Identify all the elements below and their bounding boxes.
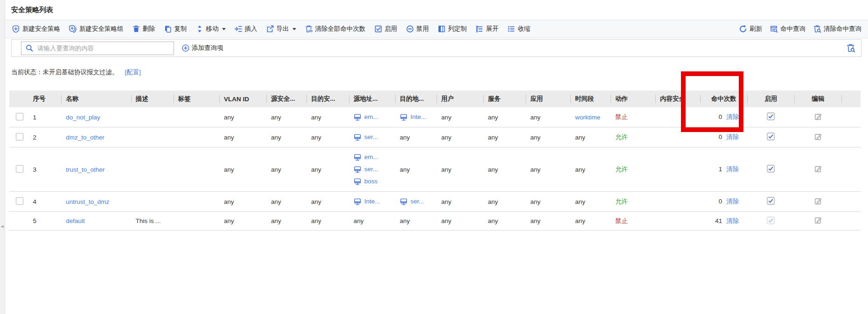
col-header-edit: 编辑 xyxy=(794,91,841,107)
row-select-checkbox[interactable] xyxy=(16,165,23,173)
select-cell xyxy=(9,192,28,212)
src-addr-object[interactable]: ser... xyxy=(354,164,395,175)
enable-checkbox[interactable] xyxy=(767,197,775,205)
enable-checkbox[interactable] xyxy=(767,133,775,140)
policy-name-link[interactable]: do_not_play xyxy=(66,114,100,121)
edit-icon[interactable] xyxy=(814,216,822,224)
col-header-service: 服务 xyxy=(483,91,526,107)
dst-addr-cell: Inte... xyxy=(395,107,437,127)
action-value: 禁止 xyxy=(615,217,628,224)
delete-button[interactable]: 删除 xyxy=(132,25,155,33)
src-addr-cell: em...ser...boss xyxy=(349,147,395,192)
policy-name-link[interactable]: default xyxy=(66,217,85,224)
clear-hit-query-icon-button[interactable] xyxy=(846,43,855,53)
export-button[interactable]: 导出 xyxy=(266,25,296,33)
host-icon xyxy=(354,134,361,141)
dropdown-caret-icon xyxy=(222,28,226,30)
dst-addr-value: any xyxy=(400,134,410,141)
edit-icon[interactable] xyxy=(814,112,822,121)
table-header-row: 序号名称描述标签VLAN ID源安全...目的安...源地址...目的地...用… xyxy=(9,91,861,107)
table-row: 1do_not_playanyanyanyem...Inte...anyanya… xyxy=(9,107,861,127)
move-button[interactable]: 移动 xyxy=(195,25,226,33)
toolbar-button-label: 导出 xyxy=(277,25,289,33)
row-select-checkbox[interactable] xyxy=(16,197,23,205)
desc-cell xyxy=(131,147,174,192)
col-header-dst_addr: 目的地... xyxy=(395,91,437,107)
clear-hits-link[interactable]: 清除 xyxy=(726,198,739,205)
policy-name-link[interactable]: dmz_to_other xyxy=(66,134,104,141)
dst-addr-object[interactable]: Inte... xyxy=(400,112,437,123)
enable-icon xyxy=(374,25,382,33)
configure-link[interactable]: [配置] xyxy=(125,69,141,76)
time-range-value[interactable]: worktime xyxy=(575,114,600,121)
edit-icon[interactable] xyxy=(814,197,822,205)
add-query-button[interactable]: 添加查询项 xyxy=(181,44,223,52)
clear-hits-link[interactable]: 清除 xyxy=(726,166,739,173)
toolbar-button-label: 清除命中查询 xyxy=(824,25,861,33)
edit-icon[interactable] xyxy=(814,133,822,141)
service-cell: any xyxy=(483,147,526,192)
policy-name-link[interactable]: trust_to_other xyxy=(66,166,104,173)
clear-all-hit-counts-button[interactable]: 00清除全部命中次数 xyxy=(305,25,366,33)
content-security-cell xyxy=(655,212,700,230)
tag-cell xyxy=(174,212,219,230)
toolbar-button-label: 复制 xyxy=(174,25,187,33)
hit-count-cell: 0清除 xyxy=(700,192,747,212)
columns-icon xyxy=(437,25,446,33)
filler-cell xyxy=(841,212,861,230)
refresh-button[interactable]: 刷新 xyxy=(739,25,762,33)
src-addr-object[interactable]: em... xyxy=(354,152,395,163)
enable-checkbox[interactable] xyxy=(767,165,775,173)
column-customize-button[interactable]: 列定制 xyxy=(437,25,467,33)
clear-hits-link[interactable]: 清除 xyxy=(726,217,739,224)
service-cell: any xyxy=(483,192,526,212)
time-range-value: any xyxy=(575,166,585,173)
src-zone-cell: any xyxy=(266,147,306,192)
filler-cell xyxy=(841,127,861,147)
action-value: 允许 xyxy=(615,166,628,173)
insert-button[interactable]: 插入 xyxy=(234,25,257,33)
shield-plus-icon xyxy=(12,25,20,33)
search-input[interactable] xyxy=(36,44,170,52)
src-zone-cell: any xyxy=(266,192,306,212)
row-select-checkbox[interactable] xyxy=(16,133,23,140)
new-security-policy-button[interactable]: 新建安全策略 xyxy=(12,25,60,33)
hit-query-button[interactable]: 命中查询 xyxy=(770,25,806,33)
src-addr-object[interactable]: ser... xyxy=(354,132,395,143)
dst-addr-value: any xyxy=(400,217,410,224)
edit-cell xyxy=(794,212,841,230)
search-input-box[interactable] xyxy=(21,42,174,55)
clear-hits-link[interactable]: 清除 xyxy=(726,113,739,120)
enable-cell xyxy=(747,212,794,230)
enable-cell xyxy=(747,127,794,147)
svg-text:00: 00 xyxy=(308,29,312,33)
edit-icon[interactable] xyxy=(814,165,822,173)
dst-addr-object[interactable]: ser... xyxy=(400,196,437,207)
expand-button[interactable]: 展开 xyxy=(475,25,499,33)
clear-hit-query-button[interactable]: 清除命中查询 xyxy=(813,25,861,33)
service-cell: any xyxy=(483,107,526,127)
seq-cell: 5 xyxy=(28,212,61,230)
src-addr-object[interactable]: em... xyxy=(354,112,395,123)
toolbar-button-label: 新建安全策略组 xyxy=(79,25,124,33)
filler-cell xyxy=(841,147,861,192)
collapse-button[interactable]: 收缩 xyxy=(507,25,530,33)
new-security-policy-group-button[interactable]: 新建安全策略组 xyxy=(69,25,124,33)
hit-count-cell: 0清除 xyxy=(700,127,747,147)
policy-name-link[interactable]: untrust_to_dmz xyxy=(66,198,109,205)
app-cell: any xyxy=(526,107,570,127)
vlan-cell: any xyxy=(219,147,266,192)
src-addr-object[interactable]: boss xyxy=(354,176,395,187)
clear-hits-link[interactable]: 清除 xyxy=(726,133,739,140)
service-cell: any xyxy=(483,127,526,147)
enable-checkbox[interactable] xyxy=(767,112,775,120)
col-header-hits: 命中次数 xyxy=(700,91,747,107)
panel-collapse-handle[interactable]: ◂ xyxy=(0,219,4,233)
disable-button[interactable]: 禁用 xyxy=(406,25,429,33)
enable-button[interactable]: 启用 xyxy=(374,25,397,33)
copy-button[interactable]: 复制 xyxy=(164,25,187,33)
col-header-enable: 启用 xyxy=(747,91,794,107)
desc-cell xyxy=(131,192,174,212)
row-select-checkbox[interactable] xyxy=(16,113,23,120)
src-addr-object[interactable]: Inte... xyxy=(354,196,395,207)
